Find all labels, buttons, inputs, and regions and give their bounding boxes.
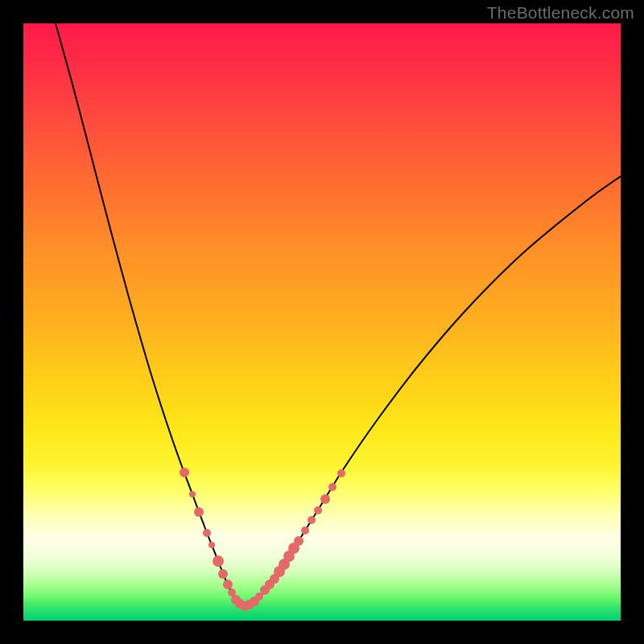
curve-marker [328, 483, 336, 491]
curve-marker [337, 469, 345, 477]
chart-svg [23, 23, 621, 621]
curve-marker [189, 491, 196, 497]
curve-marker [314, 506, 322, 514]
frame: TheBottleneck.com [0, 0, 644, 644]
curve-marker [203, 529, 211, 537]
curve-marker [208, 542, 215, 548]
curve-marker [194, 507, 204, 517]
curve-marker [218, 569, 228, 579]
curve-marker [213, 555, 224, 567]
curve-marker [301, 526, 309, 535]
curve-marker [320, 494, 330, 504]
curve-markers [180, 468, 345, 611]
curve-marker [180, 468, 189, 477]
curve-marker [294, 536, 303, 546]
curve-marker [223, 580, 233, 589]
plot-area [23, 23, 621, 621]
watermark-text: TheBottleneck.com [487, 3, 634, 23]
bottleneck-curve [56, 23, 621, 606]
curve-marker [308, 516, 316, 524]
